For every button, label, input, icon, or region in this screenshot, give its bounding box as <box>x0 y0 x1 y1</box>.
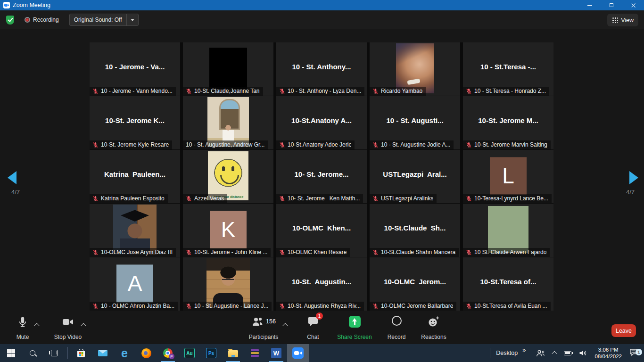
view-label: View <box>621 17 634 24</box>
stop-video-button[interactable]: Stop Video <box>49 316 87 340</box>
taskbar-icon-firefox[interactable] <box>135 344 157 362</box>
participant-tile[interactable]: 10-St. Augustin... 10-St. Augustine Rhyz… <box>276 257 367 311</box>
taskbar-icon-zoom[interactable] <box>287 344 309 362</box>
taskbar-icon-start[interactable] <box>0 344 22 362</box>
arrow-right-icon <box>629 171 638 184</box>
participant-name-label: 10 - St. Augustine, Andrew Gr... <box>183 140 268 149</box>
participant-name-text: 10 - OLMC Ahron Juztin Ba... <box>101 303 174 309</box>
participant-tile[interactable]: 10 - St. Augustine, Andrew Gr... <box>183 96 273 149</box>
taskbar-icon-word[interactable]: W <box>265 344 287 362</box>
participants-button[interactable]: 156 Participants <box>243 316 284 340</box>
people-button[interactable] <box>532 344 549 362</box>
start-icon <box>7 349 15 357</box>
taskbar-icon-photoshop[interactable]: Ps <box>200 344 222 362</box>
reactions-label: Reactions <box>421 334 446 340</box>
participant-name-text: Katrina Pauleen Esposito <box>101 195 165 202</box>
battery-indicator[interactable] <box>560 344 575 362</box>
participant-tile[interactable]: 10-St.Anatony A... 10-St.Anatony Adoe Je… <box>276 96 367 149</box>
muted-mic-icon <box>92 142 99 148</box>
participant-name-label: 10-St.Claude Shahn Mancera <box>370 248 459 257</box>
participant-name-text: 10-St. Jerome - John Kline ... <box>194 249 267 255</box>
muted-mic-icon <box>372 142 379 148</box>
taskbar-icon-file-explorer[interactable] <box>222 344 244 362</box>
taskbar-icon-task-view[interactable] <box>43 344 65 362</box>
taskbar-icon-store[interactable] <box>70 344 92 362</box>
muted-mic-icon <box>372 303 379 309</box>
taskbar-icon-winrar[interactable] <box>244 344 265 362</box>
participant-tile[interactable]: Ricardo Yambao <box>370 42 460 96</box>
share-screen-button[interactable]: Share Screen <box>333 316 376 340</box>
recording-label: Recording <box>33 16 59 23</box>
participant-name-label: 10-St.Anatony Adoe Jeric <box>276 140 355 149</box>
chat-label: Chat <box>307 334 319 340</box>
taskbar-icon-chrome[interactable]: P <box>157 344 179 362</box>
taskbar-icon-audition[interactable]: Au <box>179 344 200 362</box>
next-page-button[interactable] <box>622 171 638 185</box>
participant-tile[interactable]: 10 St. Claude Arwen Fajardo <box>463 204 553 257</box>
participant-tile[interactable]: USTLegazpi Aral... USTLegazpi Aralinks <box>370 150 460 203</box>
winrar-icon <box>251 349 259 351</box>
taskbar-icon-edge[interactable]: e <box>114 344 135 362</box>
store-icon <box>77 351 85 357</box>
participant-tile[interactable]: 10 - Jerome - Va... 10 - Jerome - Vann M… <box>90 42 180 96</box>
participant-tile[interactable]: 10- St. Jerome... 10- St. Jerome Ken Mat… <box>276 150 367 203</box>
leave-button[interactable]: Leave <box>611 324 636 337</box>
participant-tile[interactable]: L 10-Teresa-Lynyrd Lance Be... <box>463 150 553 203</box>
participant-display-name: 10-St.Claude Sh... <box>370 204 460 252</box>
muted-mic-icon <box>466 142 472 148</box>
participant-display-name: 10 - Jerome - Va... <box>90 42 180 91</box>
participant-name-text: Azzel Veras <box>194 195 224 202</box>
muted-mic-icon <box>372 249 379 255</box>
participant-tile[interactable]: A 10 - OLMC Ahron Juztin Ba... <box>90 257 180 311</box>
participant-tile[interactable]: 10-OLMC Jerom... 10-OLMC Jerome Ballarba… <box>370 257 460 311</box>
participant-tile[interactable]: 10 - St. Anthony... 10 - St. Anthony - L… <box>276 42 367 96</box>
chevron-down-icon[interactable] <box>131 19 134 21</box>
participant-name-label: 10 - OLMC Ahron Juztin Ba... <box>90 302 178 311</box>
participant-tile[interactable]: 10-St.Claude Sh... 10-St.Claude Shahn Ma… <box>370 204 460 257</box>
participant-tile[interactable]: 10 - St. Augustine - Lance J... <box>183 257 273 311</box>
participant-video <box>396 43 434 93</box>
toolbar-overflow-chevron[interactable]: » <box>522 346 526 354</box>
record-button[interactable]: Record <box>384 316 409 340</box>
taskbar-icon-mail[interactable] <box>92 344 114 362</box>
participant-tile[interactable]: 10-St. Claude,Joanne Tan <box>183 42 273 96</box>
participant-tile[interactable]: 10-OLMC Jose Arym Diaz III <box>90 204 180 257</box>
participant-name-label: 10 - St. Augustine Jodie A... <box>370 140 454 149</box>
hidden-icons-button[interactable] <box>549 344 560 362</box>
participant-video <box>488 206 528 253</box>
participant-name-label: Azzel Veras <box>183 194 227 203</box>
participant-tile[interactable]: Katrina Pauleen... Katrina Pauleen Espos… <box>90 150 180 203</box>
desktop-toolbar-label[interactable]: Desktop <box>496 350 518 356</box>
participant-tile[interactable]: 10 - St.Teresa -... 10 - St.Teresa - Hon… <box>463 42 553 96</box>
record-icon <box>392 316 402 326</box>
participant-name-label: 10-St.Teresa of Avila Euan ... <box>463 302 551 311</box>
participant-display-name: 10 - St. Anthony... <box>276 42 367 91</box>
muted-mic-icon <box>372 88 379 94</box>
participant-tile[interactable]: 10-St. Jerome M... 10-St. Jerome Marvin … <box>463 96 553 149</box>
prev-page-button[interactable] <box>8 171 24 185</box>
gallery-grid-icon <box>612 17 618 23</box>
chat-button[interactable]: 1 Chat <box>302 316 324 340</box>
tray-separator <box>490 348 491 358</box>
participant-tile[interactable]: Keep your distance Azzel Veras <box>183 150 273 203</box>
word-icon: W <box>271 348 281 358</box>
action-center-button[interactable]: 1 <box>626 348 644 358</box>
close-button[interactable] <box>622 0 644 10</box>
photoshop-icon: Ps <box>206 348 216 358</box>
reactions-button[interactable]: Reactions <box>418 316 450 340</box>
participant-tile[interactable]: K 10-St. Jerome - John Kline ... <box>183 204 273 257</box>
view-button[interactable]: View <box>607 14 638 26</box>
volume-button[interactable] <box>575 344 591 362</box>
restore-button[interactable] <box>601 0 622 10</box>
minimize-button[interactable] <box>579 0 601 10</box>
taskbar-clock[interactable]: 3:06 PM 08/04/2022 <box>591 346 626 360</box>
participant-tile[interactable]: 10 - St. Augusti... 10 - St. Augustine J… <box>370 96 460 149</box>
participant-tile[interactable]: 10-OLMC Khen... 10-OLMC Khen Resare <box>276 204 367 257</box>
original-sound-button[interactable]: Original Sound: Off <box>69 14 139 26</box>
security-shield-icon[interactable] <box>6 16 14 25</box>
participant-tile[interactable]: 10-St.Teresa of... 10-St.Teresa of Avila… <box>463 257 553 311</box>
mute-button[interactable]: Mute <box>9 316 36 340</box>
arrow-left-icon <box>8 171 17 184</box>
taskbar-icon-search[interactable] <box>22 344 43 362</box>
participant-tile[interactable]: 10-St. Jerome K... 10-St. Jerome Kyle Re… <box>90 96 180 149</box>
